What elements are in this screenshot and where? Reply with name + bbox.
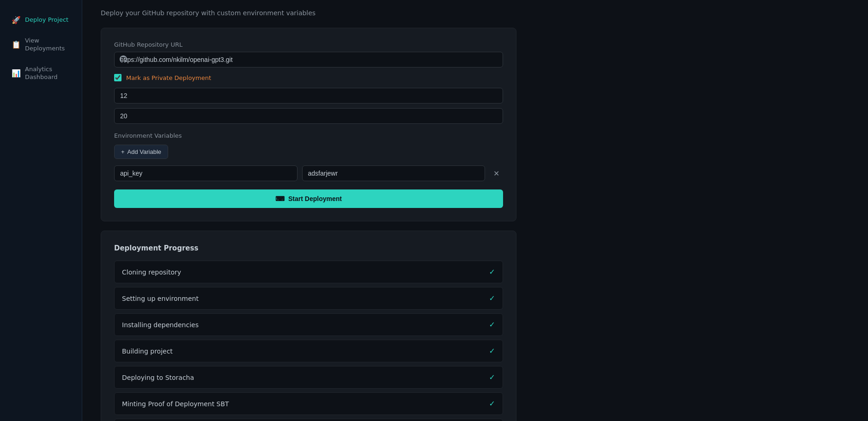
main-content: Deploy your GitHub repository with custo… [82, 0, 868, 421]
page-subtitle: Deploy your GitHub repository with custo… [101, 9, 850, 17]
check-icon-env: ✓ [489, 294, 495, 303]
deployments-icon: 📋 [12, 41, 20, 49]
analytics-icon: 📊 [12, 69, 20, 78]
private-checkbox[interactable] [114, 74, 121, 81]
progress-step-build: Building project ✓ [114, 340, 503, 362]
start-deployment-label: Start Deployment [288, 195, 342, 202]
ipfs-section: IPFS URL: 🌐 View on IPFS [114, 419, 503, 421]
progress-step-clone-label: Cloning repository [122, 268, 181, 276]
number-inputs-section [114, 88, 503, 124]
start-deployment-button[interactable]: ⌨ Start Deployment [114, 189, 503, 208]
number-input-1[interactable] [114, 88, 503, 104]
add-variable-button[interactable]: + Add Variable [114, 145, 168, 159]
sidebar-item-label: Deploy Project [25, 16, 68, 24]
env-key-input[interactable] [114, 165, 297, 181]
progress-title: Deployment Progress [114, 244, 503, 252]
plus-icon: + [121, 148, 125, 155]
sidebar-item-analytics-dashboard[interactable]: 📊 Analytics Dashboard [4, 60, 78, 87]
check-icon-clone: ✓ [489, 268, 495, 276]
github-url-label: GitHub Repository URL [114, 41, 503, 48]
progress-step-env: Setting up environment ✓ [114, 287, 503, 310]
rocket-icon: 🚀 [12, 16, 20, 24]
env-variables-label: Environment Variables [114, 132, 503, 139]
deployment-progress-card: Deployment Progress Cloning repository ✓… [101, 231, 516, 421]
sidebar-item-deploy-project[interactable]: 🚀 Deploy Project [4, 10, 78, 30]
sidebar-item-label: Analytics Dashboard [25, 66, 70, 81]
progress-step-clone: Cloning repository ✓ [114, 261, 503, 283]
number-input-2[interactable] [114, 108, 503, 124]
private-label[interactable]: Mark as Private Deployment [126, 74, 211, 81]
private-deployment-row: Mark as Private Deployment [114, 74, 503, 81]
github-url-input[interactable] [114, 52, 503, 67]
add-variable-label: Add Variable [127, 148, 161, 155]
github-icon [120, 55, 127, 64]
github-url-input-wrapper [114, 52, 503, 67]
check-icon-build: ✓ [489, 347, 495, 355]
sidebar-item-label: View Deployments [25, 37, 70, 53]
progress-step-deploy-label: Deploying to Storacha [122, 374, 194, 381]
progress-step-deps-label: Installing dependencies [122, 321, 199, 329]
env-value-input[interactable] [302, 165, 486, 181]
progress-step-deploy: Deploying to Storacha ✓ [114, 366, 503, 389]
progress-step-env-label: Setting up environment [122, 295, 199, 302]
check-icon-deploy: ✓ [489, 373, 495, 382]
progress-step-mint: Minting Proof of Deployment SBT ✓ [114, 392, 503, 415]
remove-env-var-button[interactable]: ✕ [490, 167, 503, 180]
sidebar: 🚀 Deploy Project 📋 View Deployments 📊 An… [0, 0, 82, 421]
progress-step-mint-label: Minting Proof of Deployment SBT [122, 400, 229, 408]
deploy-form-card: GitHub Repository URL Mark as Private De… [101, 28, 516, 221]
sidebar-item-view-deployments[interactable]: 📋 View Deployments [4, 31, 78, 58]
progress-step-deps: Installing dependencies ✓ [114, 313, 503, 336]
check-icon-mint: ✓ [489, 399, 495, 408]
check-icon-deps: ✓ [489, 320, 495, 329]
env-var-row: ✕ [114, 165, 503, 181]
terminal-icon: ⌨ [275, 195, 285, 202]
progress-step-build-label: Building project [122, 348, 173, 355]
